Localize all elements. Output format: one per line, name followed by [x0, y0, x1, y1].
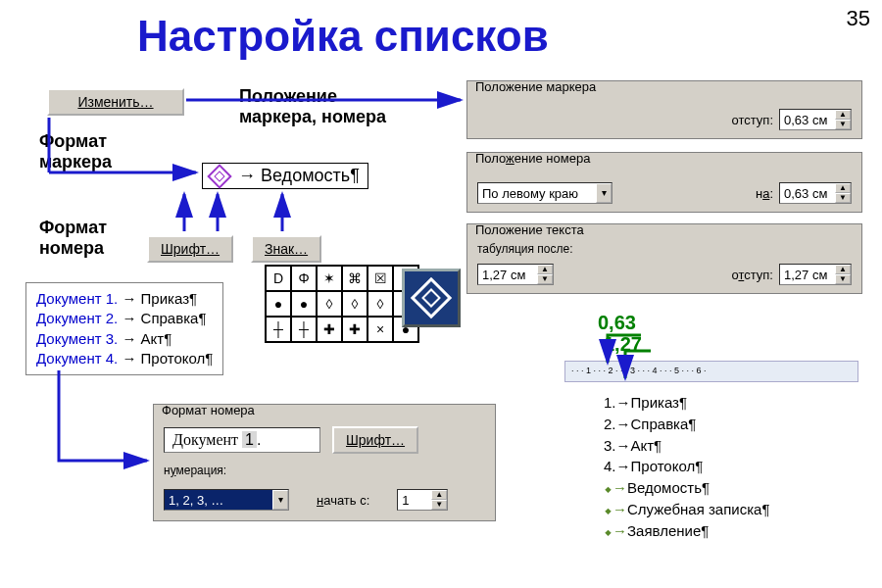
list-item: Документ 2. → Справка¶ — [36, 309, 213, 328]
down-icon: ▼ — [835, 193, 851, 203]
label-marker-number-position: Положение маркера, номера — [239, 86, 386, 127]
list-item: ⬥→Служебная записка¶ — [604, 499, 769, 520]
chevron-down-icon: ▾ — [596, 183, 612, 203]
down-icon: ▼ — [537, 274, 553, 284]
down-icon: ▼ — [431, 500, 447, 510]
char-button[interactable]: Знак… — [251, 235, 321, 263]
numbering-select[interactable]: ▾ — [164, 489, 289, 511]
list-item: 1.→Приказ¶ — [604, 392, 769, 414]
tab-after-label: табуляция после: — [477, 242, 572, 256]
number-on-spinner[interactable]: ▲▼ — [779, 182, 852, 204]
marker-indent-spinner[interactable]: ▲▼ — [779, 109, 852, 130]
sample-list: 1.→Приказ¶ 2.→Справка¶ 3.→Акт¶ 4.→Проток… — [604, 392, 769, 541]
group-number-position: Положение номера ▾ на: ▲▼ — [466, 152, 862, 213]
list-item: Документ 4. → Протокол¶ — [36, 349, 213, 368]
list-item: Документ 1. → Приказ¶ — [36, 289, 213, 309]
page-number: 35 — [847, 6, 870, 31]
list-item: 2.→Справка¶ — [604, 414, 769, 435]
list-item: 3.→Акт¶ — [604, 435, 769, 457]
up-icon: ▲ — [835, 265, 851, 274]
list-item: 4.→Протокол¶ — [604, 456, 769, 477]
ruler: · · · 1 · · · 2 · · · 3 · · · 4 · · · 5 … — [564, 361, 858, 382]
down-icon: ▼ — [835, 120, 851, 129]
down-icon: ▼ — [835, 274, 851, 284]
annotation-063: 0,63 — [598, 312, 636, 334]
group-marker-position: Положение маркера отступ: ▲▼ — [466, 80, 862, 139]
list-item: Документ 3. → Акт¶ — [36, 329, 213, 349]
font-button[interactable]: Шрифт… — [147, 235, 233, 263]
list-item: ⬥→Ведомость¶ — [604, 477, 769, 499]
font-button-2[interactable]: Шрифт… — [332, 426, 418, 454]
up-icon: ▲ — [835, 110, 851, 120]
list-item: ⬥→Заявление¶ — [604, 520, 769, 542]
bullet-sample-text: → Ведомость¶ — [238, 166, 360, 186]
selected-char-preview — [402, 269, 461, 327]
start-spinner[interactable]: ▲▼ — [397, 489, 448, 511]
document-list: Документ 1. → Приказ¶ Документ 2. → Спра… — [25, 282, 223, 375]
start-label: начать с: — [317, 493, 369, 508]
text-indent-label: отступ: — [731, 268, 773, 282]
group-number-format: Формат номера Документ 1. Шрифт… нумерац… — [153, 404, 496, 521]
tab-after-spinner[interactable]: ▲▼ — [477, 264, 554, 285]
bullet-sample-box: → Ведомость¶ — [202, 163, 368, 189]
group-text-position: Положение текста табуляция после: ▲▼ отс… — [466, 223, 862, 294]
char-picker-grid[interactable]: DΦ✶⌘☒● ●●◊◊◊⬥ ┼┼✚✚×● — [265, 265, 419, 343]
diamond-icon — [411, 277, 452, 318]
chevron-down-icon: ▾ — [272, 490, 288, 510]
annotation-127: 1,27 — [604, 333, 642, 356]
diamond-icon — [207, 164, 231, 188]
label-number-format: Формат номера — [39, 218, 107, 259]
numbering-label: нумерация: — [164, 464, 226, 477]
up-icon: ▲ — [537, 265, 553, 274]
up-icon: ▲ — [431, 490, 447, 500]
text-indent-spinner[interactable]: ▲▼ — [779, 264, 852, 285]
number-align-select[interactable]: ▾ — [477, 182, 612, 204]
indent-label: отступ: — [731, 113, 773, 127]
on-label: на: — [756, 186, 773, 201]
edit-button[interactable]: Изменить… — [47, 88, 184, 116]
page-title: Настройка списков — [137, 12, 549, 61]
label-marker-format: Формат маркера — [39, 131, 112, 172]
up-icon: ▲ — [835, 183, 851, 193]
format-sample-box: Документ 1. — [164, 427, 320, 453]
